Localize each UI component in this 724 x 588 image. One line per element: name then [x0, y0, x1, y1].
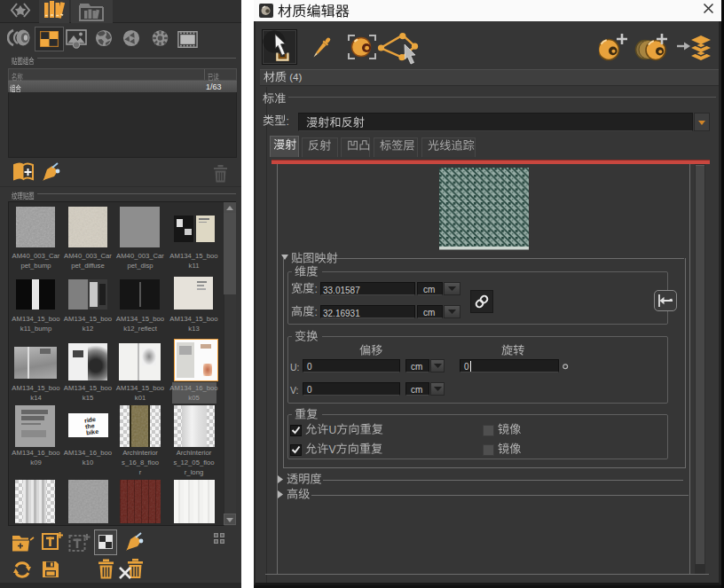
- svg-text:V: V: [328, 443, 336, 456]
- svg-text::: :: [314, 306, 317, 318]
- svg-text:U: U: [328, 424, 336, 436]
- svg-text:(4): (4): [287, 72, 302, 82]
- svg-text::: :: [286, 115, 288, 128]
- svg-text::: :: [314, 283, 317, 295]
